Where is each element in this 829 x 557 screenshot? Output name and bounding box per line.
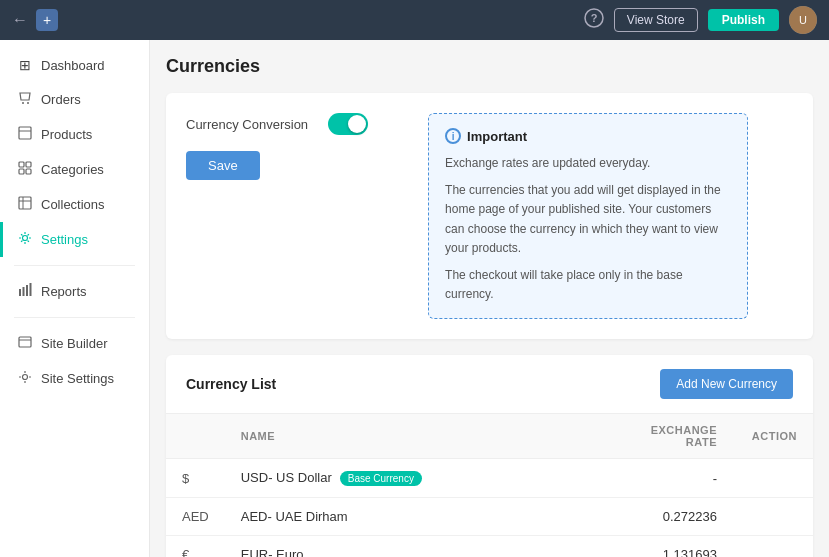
- svg-rect-11: [26, 169, 31, 174]
- svg-rect-12: [19, 197, 31, 209]
- currency-action: [733, 459, 813, 498]
- help-button[interactable]: ?: [584, 8, 604, 32]
- svg-rect-17: [23, 287, 25, 296]
- sidebar-item-label: Dashboard: [41, 58, 105, 73]
- info-title: Important: [467, 129, 527, 144]
- svg-rect-6: [19, 127, 31, 139]
- main-content: Currencies Currency Conversion Save i: [150, 40, 829, 557]
- svg-point-22: [23, 375, 28, 380]
- col-action: ACTION: [733, 414, 813, 459]
- currency-name: EUR- Euro: [225, 536, 613, 557]
- site-builder-icon: [17, 335, 33, 352]
- sidebar-label-products: Products: [41, 127, 92, 142]
- currency-table: NAME EXCHANGE RATE ACTION $USD- US Dolla…: [166, 414, 813, 557]
- sidebar-label-site-builder: Site Builder: [41, 336, 107, 351]
- avatar: U: [789, 6, 817, 34]
- settings-icon: [17, 231, 33, 248]
- svg-point-5: [27, 102, 29, 104]
- add-currency-button[interactable]: Add New Currency: [660, 369, 793, 399]
- sidebar-label-categories: Categories: [41, 162, 104, 177]
- sidebar-label-orders: Orders: [41, 92, 81, 107]
- products-icon: [17, 126, 33, 143]
- svg-rect-16: [19, 289, 21, 296]
- currency-symbol: AED: [166, 498, 225, 536]
- categories-icon: [17, 161, 33, 178]
- sidebar-item-orders[interactable]: Orders: [0, 82, 149, 117]
- sidebar-item-collections[interactable]: Collections: [0, 187, 149, 222]
- sidebar-label-reports: Reports: [41, 284, 87, 299]
- layout: ⊞ Dashboard Orders Products Categories: [0, 40, 829, 557]
- page-title: Currencies: [166, 56, 813, 77]
- topbar: ← + ? View Store Publish U: [0, 0, 829, 40]
- dashboard-icon: ⊞: [17, 57, 33, 73]
- svg-text:?: ?: [590, 12, 597, 24]
- base-currency-badge: Base Currency: [340, 471, 422, 486]
- col-rate: EXCHANGE RATE: [613, 414, 733, 459]
- collections-icon: [17, 196, 33, 213]
- save-button[interactable]: Save: [186, 151, 260, 180]
- conversion-left: Currency Conversion Save: [186, 113, 368, 180]
- svg-rect-8: [19, 162, 24, 167]
- sidebar-item-dashboard[interactable]: ⊞ Dashboard: [0, 48, 149, 82]
- publish-button[interactable]: Publish: [708, 9, 779, 31]
- table-header-row: NAME EXCHANGE RATE ACTION: [166, 414, 813, 459]
- list-title: Currency List: [186, 376, 276, 392]
- svg-rect-19: [30, 283, 32, 296]
- sidebar-divider-2: [14, 317, 135, 318]
- info-box: i Important Exchange rates are updated e…: [428, 113, 748, 319]
- svg-point-15: [23, 236, 28, 241]
- conversion-card: Currency Conversion Save i Important Exc…: [166, 93, 813, 339]
- svg-rect-10: [19, 169, 24, 174]
- table-body: $USD- US DollarBase Currency-AEDAED- UAE…: [166, 459, 813, 557]
- view-store-button[interactable]: View Store: [614, 8, 698, 32]
- svg-text:U: U: [799, 14, 807, 26]
- exchange-rate: -: [613, 459, 733, 498]
- info-icon: i: [445, 128, 461, 144]
- table-row: €EUR- Euro1.131693: [166, 536, 813, 557]
- sidebar-item-reports[interactable]: Reports: [0, 274, 149, 309]
- col-symbol: [166, 414, 225, 459]
- table-row: AEDAED- UAE Dirham0.272236: [166, 498, 813, 536]
- svg-rect-18: [26, 285, 28, 296]
- sidebar-item-site-settings[interactable]: Site Settings: [0, 361, 149, 396]
- info-line-1: Exchange rates are updated everyday.: [445, 154, 731, 173]
- table-row: $USD- US DollarBase Currency-: [166, 459, 813, 498]
- topbar-right: ? View Store Publish U: [584, 6, 817, 34]
- sidebar-item-settings[interactable]: Settings: [0, 222, 149, 257]
- currency-name: USD- US DollarBase Currency: [225, 459, 613, 498]
- currency-name: AED- UAE Dirham: [225, 498, 613, 536]
- topbar-left: ← +: [12, 9, 58, 31]
- toggle-thumb: [348, 115, 366, 133]
- currency-conversion-toggle[interactable]: [328, 113, 368, 135]
- currency-action: [733, 536, 813, 557]
- sidebar-item-products[interactable]: Products: [0, 117, 149, 152]
- svg-rect-9: [26, 162, 31, 167]
- back-button[interactable]: ←: [12, 11, 28, 29]
- sidebar-item-site-builder[interactable]: Site Builder: [0, 326, 149, 361]
- exchange-rate: 0.272236: [613, 498, 733, 536]
- sidebar-label-settings: Settings: [41, 232, 88, 247]
- col-name: NAME: [225, 414, 613, 459]
- info-line-3: The checkout will take place only in the…: [445, 266, 731, 304]
- reports-icon: [17, 283, 33, 300]
- site-settings-icon: [17, 370, 33, 387]
- sidebar-item-categories[interactable]: Categories: [0, 152, 149, 187]
- info-box-title: i Important: [445, 128, 731, 144]
- plus-button[interactable]: +: [36, 9, 58, 31]
- svg-point-4: [22, 102, 24, 104]
- info-line-2: The currencies that you add will get dis…: [445, 181, 731, 258]
- sidebar-label-collections: Collections: [41, 197, 105, 212]
- currency-symbol: €: [166, 536, 225, 557]
- sidebar: ⊞ Dashboard Orders Products Categories: [0, 40, 150, 557]
- conversion-label-row: Currency Conversion: [186, 113, 368, 135]
- currency-action: [733, 498, 813, 536]
- exchange-rate: 1.131693: [613, 536, 733, 557]
- sidebar-divider-1: [14, 265, 135, 266]
- currency-symbol: $: [166, 459, 225, 498]
- table-head: NAME EXCHANGE RATE ACTION: [166, 414, 813, 459]
- currency-list-card: Currency List Add New Currency NAME EXCH…: [166, 355, 813, 557]
- orders-icon: [17, 91, 33, 108]
- svg-rect-20: [19, 337, 31, 347]
- conversion-label: Currency Conversion: [186, 117, 308, 132]
- conversion-row: Currency Conversion Save i Important Exc…: [186, 113, 793, 319]
